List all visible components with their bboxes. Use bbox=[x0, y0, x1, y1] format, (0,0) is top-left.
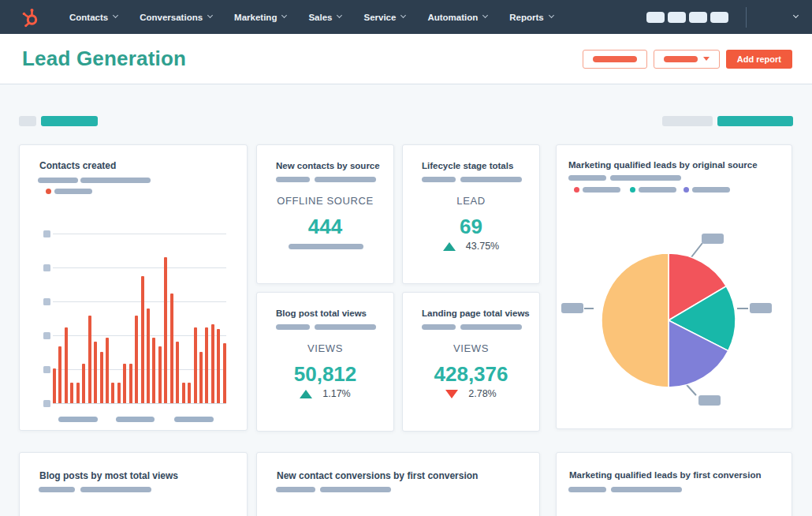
header-actions: Add report bbox=[576, 50, 792, 69]
bar bbox=[58, 346, 61, 403]
dashboard-filter-button[interactable] bbox=[583, 50, 647, 69]
bar bbox=[182, 383, 185, 403]
bar bbox=[117, 383, 121, 403]
nav-item-contacts[interactable]: Contacts bbox=[58, 0, 129, 34]
nav-tool-button-4[interactable] bbox=[710, 12, 728, 23]
bar bbox=[188, 383, 191, 403]
pie-label-placeholder-bottom bbox=[698, 395, 721, 406]
bar bbox=[147, 308, 150, 403]
card-contacts-created: Contacts created bbox=[19, 144, 248, 431]
bar bbox=[106, 338, 109, 403]
subtitle-placeholder bbox=[315, 324, 376, 330]
card-blog-posts-by-most-total-views: Blog posts by most total views bbox=[19, 452, 248, 516]
nav-item-automation[interactable]: Automation bbox=[416, 0, 498, 34]
kpi-label: VIEWS bbox=[403, 342, 539, 354]
right-filter-teal-placeholder[interactable] bbox=[717, 116, 793, 126]
subtitle-placeholder bbox=[460, 177, 522, 182]
y-tick-placeholder bbox=[43, 400, 50, 407]
nav-item-service[interactable]: Service bbox=[352, 0, 416, 34]
card-title: Contacts created bbox=[39, 160, 116, 171]
bar bbox=[111, 383, 114, 403]
y-tick-placeholder bbox=[43, 264, 50, 271]
card-mql-by-first-conversion: Marketing qualified leads by first conve… bbox=[556, 452, 792, 516]
caret-down-icon bbox=[703, 57, 710, 61]
delta-value: 2.78% bbox=[468, 388, 496, 399]
top-nav: Contacts Conversations Marketing Sales S… bbox=[0, 0, 812, 34]
card-title: New contacts by source bbox=[276, 161, 380, 170]
page-header: Lead Generation Add report bbox=[0, 34, 812, 84]
trend-up-icon bbox=[300, 390, 312, 398]
card-new-contact-conversions: New contact conversions by first convers… bbox=[256, 452, 540, 516]
nav-tool-button-2[interactable] bbox=[668, 12, 686, 23]
contacts-created-bars bbox=[53, 234, 226, 403]
date-filter-placeholder[interactable] bbox=[41, 116, 98, 126]
card-blog-post-total-views: Blog post total views VIEWS 50,812 1.17% bbox=[256, 292, 394, 432]
subtitle-placeholder bbox=[39, 487, 75, 492]
kpi-delta: 2.78% bbox=[403, 388, 539, 399]
nav-item-marketing[interactable]: Marketing bbox=[223, 0, 297, 34]
nav-item-conversations[interactable]: Conversations bbox=[129, 0, 223, 34]
x-tick-placeholder bbox=[58, 417, 98, 422]
hubspot-logo-icon[interactable] bbox=[19, 6, 43, 29]
subtitle-placeholder bbox=[568, 487, 606, 492]
kpi-value: 69 bbox=[403, 215, 539, 239]
card-title: Landing page total views bbox=[422, 308, 530, 318]
subtitle-placeholder bbox=[611, 487, 682, 492]
kpi-footer-placeholder bbox=[289, 244, 363, 249]
filter-icon-placeholder[interactable] bbox=[19, 116, 36, 126]
card-title: Blog posts by most total views bbox=[39, 470, 178, 481]
subtitle-placeholder bbox=[80, 178, 151, 183]
bar bbox=[123, 364, 126, 403]
nav-utilities bbox=[643, 7, 798, 28]
nav-menu: Contacts Conversations Marketing Sales S… bbox=[58, 0, 564, 34]
dashboard-actions-dropdown[interactable] bbox=[654, 50, 720, 69]
button-label-placeholder bbox=[593, 56, 637, 62]
y-tick-placeholder bbox=[43, 366, 50, 373]
delta-value: 1.17% bbox=[322, 388, 350, 399]
nav-divider bbox=[746, 7, 747, 28]
card-title: Marketing qualified leads by first conve… bbox=[569, 470, 761, 480]
nav-tool-button-3[interactable] bbox=[689, 12, 707, 23]
y-tick-placeholder bbox=[43, 332, 50, 339]
nav-tool-button-1[interactable] bbox=[646, 12, 665, 23]
kpi-label: OFFLINE SOURCE bbox=[257, 195, 393, 207]
axis-baseline bbox=[53, 403, 226, 404]
subtitle-placeholder bbox=[422, 324, 456, 330]
bar bbox=[164, 257, 167, 403]
bar bbox=[199, 352, 203, 403]
bar bbox=[76, 383, 80, 403]
bar bbox=[94, 342, 97, 403]
subtitle-placeholder bbox=[315, 177, 376, 182]
subtitle-placeholder bbox=[38, 178, 78, 183]
pie-label-placeholder-right bbox=[750, 303, 772, 313]
bar bbox=[88, 316, 91, 403]
bar bbox=[211, 324, 214, 403]
legend-dot bbox=[46, 189, 51, 194]
pie-label-placeholder-left bbox=[561, 303, 583, 313]
nav-item-sales[interactable]: Sales bbox=[297, 0, 352, 34]
kpi-label: LEAD bbox=[403, 195, 539, 207]
card-title: New contact conversions by first convers… bbox=[277, 470, 478, 481]
right-filter-placeholder[interactable] bbox=[662, 116, 713, 126]
card-new-contacts-by-source: New contacts by source OFFLINE SOURCE 44… bbox=[256, 144, 394, 284]
account-chevron-icon[interactable] bbox=[793, 13, 799, 18]
kpi-value: 444 bbox=[257, 215, 393, 239]
lead-generation-dashboard: Contacts Conversations Marketing Sales S… bbox=[0, 0, 812, 516]
delta-value: 43.75% bbox=[466, 241, 499, 252]
subtitle-placeholder bbox=[80, 487, 151, 492]
subtitle-placeholder bbox=[276, 324, 310, 330]
nav-item-reports[interactable]: Reports bbox=[498, 0, 564, 34]
button-label-placeholder bbox=[664, 56, 698, 62]
bar bbox=[223, 343, 226, 403]
bar bbox=[152, 338, 155, 403]
bar bbox=[205, 327, 208, 403]
bar bbox=[170, 294, 173, 403]
trend-down-icon bbox=[445, 390, 458, 398]
add-report-button[interactable]: Add report bbox=[726, 50, 792, 69]
chevron-down-icon bbox=[549, 13, 554, 18]
y-tick-placeholder bbox=[43, 230, 50, 237]
bar bbox=[100, 352, 103, 403]
chevron-down-icon bbox=[281, 13, 287, 18]
bar bbox=[82, 364, 85, 403]
chevron-down-icon bbox=[207, 13, 213, 18]
